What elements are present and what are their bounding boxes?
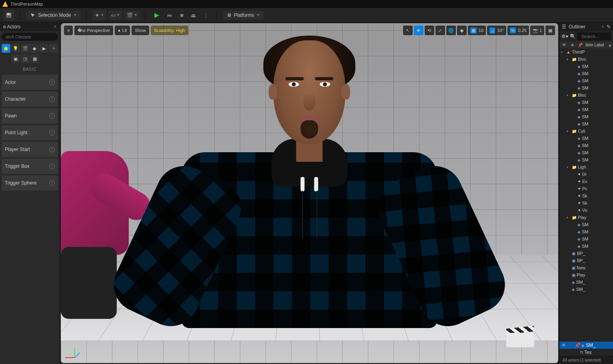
tree-row[interactable]: ▣New — [559, 264, 613, 271]
filter-media-button[interactable]: ▶ — [40, 44, 48, 53]
sort-icon[interactable]: ▴ — [609, 43, 611, 47]
viewport[interactable] — [61, 23, 558, 363]
actor-item-actor[interactable]: Actor ? — [2, 75, 58, 90]
skip-button[interactable]: ⏭ — [165, 10, 175, 20]
help-icon[interactable]: ? — [49, 96, 55, 102]
play-button[interactable]: ▶ — [151, 10, 162, 20]
tree-row[interactable]: ▾📁Bloc — [559, 56, 613, 63]
tree-row[interactable]: ★◉BP_ — [559, 257, 613, 264]
expand-icon[interactable]: ▾ — [567, 165, 571, 169]
pin-column-icon[interactable]: 📌 — [577, 43, 583, 47]
tree-row[interactable]: ◈SM — [559, 63, 613, 70]
viewport-layout-button[interactable]: ▦ — [545, 26, 555, 35]
filter-favorites-button[interactable]: ⭐ — [2, 44, 10, 53]
tree-row[interactable]: ▾📁Ligh — [559, 163, 613, 171]
settings-icon[interactable]: ⚙▾ — [561, 34, 568, 39]
expand-icon[interactable]: ▾ — [567, 129, 571, 133]
expand-icon[interactable]: ▾ — [567, 58, 571, 61]
visibility-icon[interactable]: 👁 — [561, 342, 567, 348]
tree-row[interactable]: ▾📁Cyli — [559, 127, 613, 135]
scale-snap-button[interactable]: %0.25 — [507, 26, 529, 35]
platforms-dropdown[interactable]: 🖥 Platforms ▼ — [223, 11, 264, 20]
tree-row[interactable]: ▾📁Play — [559, 214, 613, 221]
help-icon[interactable]: ? — [49, 147, 55, 152]
bookmark-column-icon[interactable]: ★ — [569, 43, 575, 47]
tree-row[interactable]: ◈SM — [559, 243, 613, 250]
save-button[interactable] — [3, 10, 14, 21]
place-actors-tab[interactable]: e Actors × — [0, 22, 60, 31]
help-icon[interactable]: ? — [49, 80, 55, 85]
tree-row[interactable]: ✦Pc — [559, 185, 613, 192]
tree-row[interactable]: ◈SM — [559, 113, 613, 120]
filter-all-button[interactable]: ▦ — [30, 54, 39, 63]
filter-geometry-button[interactable]: ▣ — [11, 54, 20, 63]
tree-row[interactable]: ◈SM — [559, 77, 613, 84]
tree-row[interactable]: ✦Di — [559, 171, 613, 178]
expand-icon[interactable]: ▾ — [567, 93, 571, 97]
add-content-button[interactable]: ✦ ▼ — [92, 10, 106, 20]
scalability-button[interactable]: Scalability: High — [151, 26, 188, 35]
close-icon[interactable]: × — [54, 24, 56, 30]
tree-row[interactable]: ◈SM — [559, 221, 613, 228]
edit-icon[interactable]: ✎ — [607, 24, 611, 30]
tree-row[interactable]: ◈SM_ — [559, 286, 613, 293]
help-icon[interactable]: ? — [49, 180, 55, 186]
outliner-search-input[interactable] — [577, 32, 611, 40]
actor-item-point-light[interactable]: Point Light ? — [2, 125, 58, 140]
filter-fx-button[interactable]: ✧ — [49, 44, 58, 53]
show-dropdown[interactable]: Show — [132, 26, 149, 35]
blueprint-button[interactable]: ▭ ▼ — [109, 11, 122, 20]
pin-icon[interactable]: 📌 — [575, 342, 580, 348]
play-options-button[interactable]: ⋮ — [201, 10, 211, 20]
tree-row-selected[interactable]: 👁 📌 ◈ SM_ — [559, 342, 613, 349]
cinematics-button[interactable]: 🎬 ▼ — [124, 11, 140, 20]
perspective-dropdown[interactable]: �si Perspective — [74, 26, 113, 35]
tree-row[interactable]: ◉BP_ — [559, 250, 613, 257]
actor-item-player-start[interactable]: Player Start ? — [2, 142, 58, 157]
scale-mode-button[interactable]: ⤢ — [435, 26, 445, 35]
tree-row[interactable]: ◈SM — [559, 106, 613, 113]
stop-button[interactable]: ■ — [178, 10, 186, 20]
actor-item-trigger-box[interactable]: Trigger Box ? — [2, 159, 58, 174]
tree-row[interactable]: ▾📁Bloc — [559, 91, 613, 99]
help-icon[interactable]: ? — [49, 130, 55, 135]
actor-item-pawn[interactable]: Pawn ? — [2, 108, 58, 123]
filter-volumes-button[interactable]: ◳ — [21, 54, 30, 63]
outliner-tab[interactable]: ☰ Outliner × ✎ — [559, 22, 613, 31]
tree-row[interactable]: ◈SM — [559, 135, 613, 142]
actor-item-trigger-sphere[interactable]: Trigger Sphere ? — [2, 175, 58, 191]
viewport-menu-button[interactable]: ≡ — [64, 26, 73, 35]
expand-icon[interactable]: ▾ — [567, 216, 571, 219]
eject-button[interactable]: ⏏ — [188, 10, 198, 20]
tree-row[interactable]: ◈SM — [559, 70, 613, 77]
translate-mode-button[interactable]: ✥ — [414, 26, 423, 35]
tree-row[interactable]: ✦Vo — [559, 207, 613, 214]
help-icon[interactable]: ? — [49, 163, 55, 169]
select-mode-button[interactable]: ↖ — [403, 26, 413, 35]
tree-row[interactable]: ◈SM — [559, 235, 613, 243]
tree-row[interactable]: ◈SM — [559, 120, 613, 127]
selection-mode-dropdown[interactable]: Selection Mode ▼ — [26, 11, 81, 20]
tree-row[interactable]: ◈SM — [559, 156, 613, 163]
tree-row[interactable]: ◈SM — [559, 149, 613, 156]
item-label-column[interactable]: Item Label — [585, 43, 607, 47]
filter-shapes-button[interactable]: ◆ — [30, 44, 39, 53]
tree-row[interactable]: ✦Sk — [559, 199, 613, 207]
tree-row[interactable]: ◈SM — [559, 84, 613, 91]
world-local-toggle[interactable]: 🌐 — [446, 26, 456, 35]
expand-icon[interactable]: ▾ — [561, 50, 565, 54]
camera-speed-button[interactable]: 📷1 — [530, 26, 544, 35]
grid-snap-button[interactable]: ▦10 — [468, 26, 486, 35]
tree-row[interactable]: ✦Ex — [559, 178, 613, 185]
filter-cinematic-button[interactable]: 🎬 — [21, 44, 30, 53]
visibility-column-icon[interactable]: 👁 — [561, 43, 567, 47]
lit-dropdown[interactable]: ● Lit — [115, 26, 130, 35]
angle-snap-button[interactable]: ◿10° — [487, 26, 506, 35]
actor-item-character[interactable]: Character ? — [2, 91, 58, 107]
tree-row[interactable]: ✦Sk — [559, 192, 613, 199]
outliner-tree[interactable]: ▾▲ThirdP▾📁Bloc◈SM◈SM◈SM◈SM▾📁Bloc◈SM◈SM◈S… — [559, 48, 613, 342]
tree-row[interactable]: ◈SM — [559, 228, 613, 235]
tree-row[interactable]: Tt Tex — [559, 349, 613, 356]
tree-row[interactable]: ◈SM — [559, 99, 613, 106]
surface-snap-button[interactable]: ◉ — [457, 26, 467, 35]
